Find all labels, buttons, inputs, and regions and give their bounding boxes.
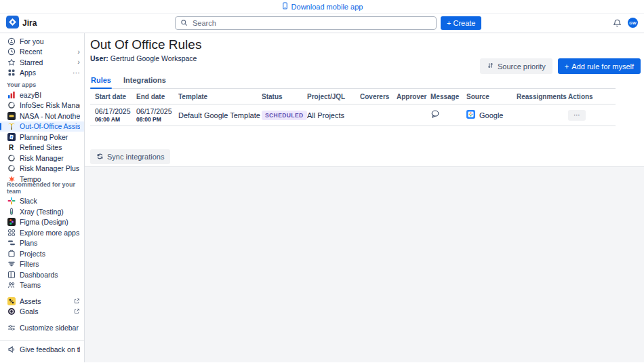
eazybi-icon	[7, 90, 16, 99]
feedback-icon	[7, 345, 16, 354]
sidebar-item-label: Give feedback on the n...	[20, 345, 80, 354]
create-button[interactable]: + Create	[441, 16, 481, 30]
sidebar-item-give-feedback-on-the-n[interactable]: Give feedback on the n...	[0, 345, 84, 356]
sidebar-item-slack[interactable]: Slack	[0, 196, 84, 207]
sidebar-item-recent[interactable]: Recent›	[0, 47, 84, 58]
status-badge: SCHEDULED	[262, 111, 307, 120]
sync-integrations-button[interactable]: Sync integrations	[90, 149, 170, 164]
sidebar-item-refined-sites[interactable]: RRefined Sites	[0, 142, 84, 153]
sidebar-item-nasa-not-another-s[interactable]: NASA - Not Another S...	[0, 111, 84, 121]
sidebar-item-dashboards[interactable]: Dashboards	[0, 269, 84, 280]
main-content: Out Of Office Rules User: Gertrud Google…	[85, 33, 644, 362]
sidebar-item-eazybi[interactable]: eazyBI	[0, 90, 84, 100]
risk-manager-plus-icon	[7, 164, 16, 173]
for-you-icon	[7, 37, 16, 45]
sidebar-item-label: eazyBI	[20, 91, 80, 99]
slack-icon	[7, 197, 16, 206]
sidebar-divider	[0, 340, 84, 341]
search-input[interactable]	[191, 18, 431, 28]
sidebar-item-xray-testing[interactable]: Xray (Testing)	[0, 206, 84, 217]
sidebar-item-explore-more-apps[interactable]: Explore more apps	[0, 227, 84, 238]
jira-logo[interactable]: Jira	[0, 16, 37, 31]
google-icon	[466, 110, 475, 120]
sort-arrows-icon	[487, 62, 494, 71]
sync-icon	[96, 153, 104, 161]
sidebar-item-infosec-risk-manager[interactable]: InfoSec Risk Manager	[0, 100, 84, 111]
col-status: Status	[262, 89, 307, 104]
sidebar-item-label: Risk Manager Plus	[20, 164, 80, 172]
sidebar-item-label: Recent	[20, 47, 73, 56]
sidebar-item-risk-manager[interactable]: Risk Manager	[0, 153, 84, 164]
sidebar-item-customize-sidebar[interactable]: Customize sidebar	[0, 322, 84, 333]
sidebar-item-label: InfoSec Risk Manager	[20, 101, 80, 109]
external-link-icon	[73, 298, 80, 305]
sidebar-section-recommended-for-your-team: Recommended for your team	[0, 185, 84, 196]
recent-icon	[7, 47, 16, 56]
tab-rules[interactable]: Rules	[90, 73, 112, 88]
sidebar-item-for-you[interactable]: For you	[0, 36, 84, 47]
dashboards-icon	[7, 270, 16, 279]
risk-manager-icon	[7, 153, 16, 162]
explore-apps-icon	[7, 228, 16, 237]
col-reassignments: Reassignments	[517, 89, 568, 104]
page-title: Out Of Office Rules	[90, 33, 644, 52]
customize-icon	[7, 323, 16, 332]
goals-icon	[7, 307, 16, 316]
jira-logo-icon	[6, 16, 19, 31]
filters-icon	[7, 260, 16, 269]
sidebar-item-teams[interactable]: Teams	[0, 280, 84, 291]
sidebar-item-plans[interactable]: Plans	[0, 238, 84, 249]
message-bubble-button[interactable]	[430, 109, 440, 121]
sidebar-item-label: Xray (Testing)	[20, 208, 80, 216]
notifications-button[interactable]	[613, 18, 622, 30]
chevron-right-icon: ›	[77, 58, 80, 66]
col-template: Template	[178, 89, 262, 104]
cell-source: Google	[466, 104, 517, 126]
chevron-right-icon: ›	[77, 48, 80, 56]
sidebar-item-projects[interactable]: Projects	[0, 248, 84, 259]
projects-icon	[7, 249, 16, 258]
sidebar-item-assets[interactable]: Assets	[0, 296, 84, 307]
sidebar-item-label: Refined Sites	[20, 143, 80, 151]
sidebar-item-goals[interactable]: Goals	[0, 307, 84, 318]
mobile-phone-icon	[281, 2, 289, 11]
cell-reassignments	[517, 104, 568, 126]
sidebar-item-tempo[interactable]: Tempo	[0, 174, 84, 185]
external-link-icon	[73, 308, 80, 315]
user-name: Gertrud Google Workspace	[110, 54, 197, 62]
bell-icon	[613, 20, 622, 30]
sidebar-item-figma-design[interactable]: Figma (Design)	[0, 217, 84, 228]
cell-actions: ⋯	[568, 104, 616, 126]
sidebar-item-starred[interactable]: Starred›	[0, 57, 84, 68]
page-actions: Source priority + Add rule for myself	[480, 58, 641, 74]
sidebar-item-risk-manager-plus[interactable]: Risk Manager Plus	[0, 164, 84, 174]
global-search	[175, 16, 437, 30]
download-mobile-app-link[interactable]: Download mobile app	[281, 2, 363, 11]
sidebar-item-label: Apps	[20, 69, 68, 77]
col-project-jql: Project/JQL	[307, 89, 360, 104]
sidebar-item-filters[interactable]: Filters	[0, 259, 84, 270]
sidebar-item-planning-poker[interactable]: Planning Poker	[0, 132, 84, 142]
sidebar-item-label: Goals	[20, 307, 69, 316]
sidebar-item-label: Planning Poker	[20, 133, 80, 141]
add-rule-button[interactable]: + Add rule for myself	[558, 58, 641, 74]
col-message: Message	[430, 89, 466, 104]
sidebar-item-label: Customize sidebar	[20, 324, 80, 332]
tab-integrations[interactable]: Integrations	[123, 73, 167, 88]
source-priority-button[interactable]: Source priority	[480, 58, 552, 74]
sidebar-item-label: For you	[20, 37, 80, 45]
sidebar-item-label: NASA - Not Another S...	[20, 112, 80, 120]
sidebar-item-apps[interactable]: Apps⋯	[0, 68, 84, 79]
speech-bubble-icon	[430, 111, 440, 121]
cell-approver	[397, 104, 430, 126]
sidebar-section-your-apps: Your apps	[0, 78, 84, 90]
ellipsis-icon: ⋯	[73, 69, 80, 77]
row-actions-button[interactable]: ⋯	[568, 110, 586, 121]
teams-icon	[7, 281, 16, 290]
search-icon	[180, 17, 188, 29]
sidebar-item-out-of-office-assistant[interactable]: Out-Of-Office Assistant	[0, 121, 84, 132]
cell-coverers	[360, 104, 397, 126]
cell-end-date: 06/17/2025 08:00 PM	[136, 104, 178, 126]
plus-icon: +	[447, 19, 451, 27]
user-avatar[interactable]: GW	[628, 18, 638, 28]
